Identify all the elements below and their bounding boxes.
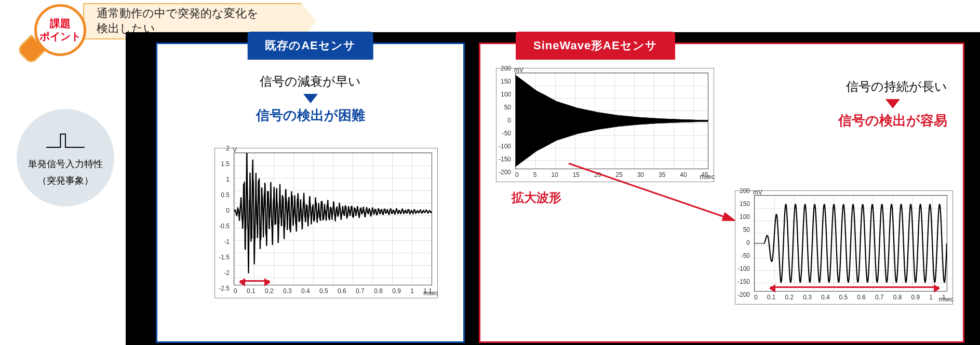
highlight-span-right <box>770 286 939 288</box>
chart-top-y-ticks: 200150100500-50-100-150-200 <box>493 68 513 172</box>
badge-line1: 課題 <box>50 17 71 30</box>
waveform-decay <box>516 73 708 169</box>
panel-sinewave-ae: SineWave形AEセンサ 信号の持続が長い 信号の検出が容易 mV msec… <box>479 43 964 343</box>
down-arrow-icon <box>303 94 318 103</box>
highlight-span-left <box>240 280 270 282</box>
panel-existing-ae-tab: 既存のAEセンサ <box>247 32 373 60</box>
chart-top-plot <box>515 73 708 169</box>
chart-sine-zoom: mV msec 200150100500-50-100-150-200 00.1… <box>735 190 953 305</box>
zoom-arrow-icon <box>563 158 740 226</box>
diagram-root: 通常動作の中で突発的な変化を 検出したい 課題 ポイント 単発信号入力特性 （突… <box>0 0 980 345</box>
chart-left-y-ticks: 21.510.50-0.5-1-1.5-2-2.5 <box>212 148 232 288</box>
panel-left-conclusion: 信号の検出が困難 <box>157 106 463 125</box>
badge-line2: ポイント <box>39 30 81 43</box>
panel-sinewave-ae-tab: SineWave形AEセンサ <box>516 32 675 60</box>
chart-left-plot <box>234 153 432 285</box>
magnifier-icon: 課題 ポイント <box>24 0 91 82</box>
zoom-label: 拡大波形 <box>512 189 561 206</box>
chart-bot-y-ticks: 200150100500-50-100-150-200 <box>732 191 752 295</box>
chart-bot-plot <box>754 195 947 292</box>
flag-line1: 通常動作の中で突発的な変化を <box>97 6 291 21</box>
chart-bot-x-ticks: 00.10.20.30.40.50.60.70.80.911. <box>754 294 947 303</box>
waveform-left <box>234 153 432 285</box>
chart-existing-ae: V msec 21.510.50-0.5-1-1.5-2-2.5 00.10.2… <box>214 148 438 298</box>
svg-line-0 <box>569 163 735 220</box>
down-arrow-icon <box>885 99 900 108</box>
panel-right-conclusion: 信号の検出が容易 <box>838 112 947 130</box>
input-characteristic-disc: 単発信号入力特性 （突発事象） <box>17 109 114 206</box>
waveform-zoom <box>755 196 947 291</box>
chart-left-x-ticks: 00.10.20.30.40.50.60.70.80.911.1 <box>234 287 432 297</box>
disc-line1: 単発信号入力特性 <box>28 158 103 170</box>
disc-line2: （突発事象） <box>37 174 93 187</box>
panel-right-lead: 信号の持続が長い 信号の検出が容易 <box>838 78 947 130</box>
panel-existing-ae: 既存のAEセンサ 信号の減衰が早い 信号の検出が困難 V msec 21.510… <box>156 43 465 343</box>
pulse-icon <box>45 129 86 154</box>
panel-left-lead: 信号の減衰が早い 信号の検出が困難 <box>157 73 463 125</box>
